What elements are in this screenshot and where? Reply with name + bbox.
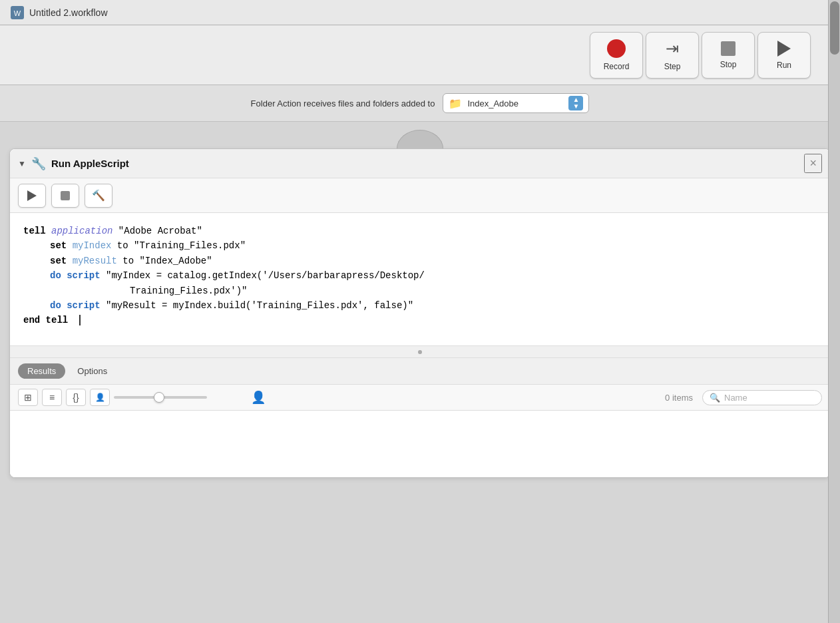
- code-line-6: end tell: [23, 313, 817, 327]
- view-code-icon: {}: [73, 392, 79, 403]
- stop-icon: [721, 41, 735, 56]
- results-options-tabs: Results Options: [10, 358, 830, 385]
- script-hammer-button[interactable]: 🔨: [85, 184, 112, 208]
- hammer-icon: 🔨: [92, 189, 105, 202]
- right-scrollbar[interactable]: [828, 0, 840, 623]
- window-title: Untitled 2.workflow: [29, 7, 108, 18]
- results-content: [10, 411, 830, 477]
- close-button[interactable]: ×: [804, 154, 822, 173]
- tab-results[interactable]: Results: [18, 363, 65, 379]
- svg-text:W: W: [14, 9, 21, 17]
- stop-label: Stop: [720, 60, 737, 69]
- stop-button[interactable]: Stop: [702, 32, 755, 79]
- slider-track[interactable]: [114, 396, 207, 399]
- script-run-icon: [27, 190, 37, 201]
- view-code-button[interactable]: {}: [66, 389, 86, 406]
- record-icon: [607, 39, 626, 58]
- app-icon: W: [11, 6, 24, 19]
- script-title: Run AppleScript: [51, 158, 129, 169]
- script-stop-icon: [61, 191, 70, 200]
- folder-select[interactable]: 📁 Index_Adobe ▲ ▼: [443, 93, 589, 113]
- scroll-indicator: [10, 346, 830, 358]
- run-button[interactable]: Run: [757, 32, 811, 79]
- script-block: ▼ 🔧 Run AppleScript × 🔨 tell application: [9, 148, 831, 478]
- script-toolbar: 🔨: [10, 178, 830, 213]
- code-line-3: set myResult to "Index_Adobe": [23, 254, 817, 268]
- person-icon: 👤: [95, 393, 105, 402]
- record-button[interactable]: Record: [590, 32, 643, 79]
- view-grid-icon: ⊞: [24, 392, 32, 403]
- connector: [0, 122, 840, 148]
- folder-name: Index_Adobe: [467, 99, 563, 108]
- connector-shape: [397, 130, 443, 148]
- step-button[interactable]: ⇥ Step: [646, 32, 699, 79]
- items-count: 0 items: [665, 393, 693, 403]
- slider-thumb[interactable]: [154, 392, 164, 403]
- script-header: ▼ 🔧 Run AppleScript ×: [10, 149, 830, 178]
- step-icon: ⇥: [666, 39, 679, 58]
- view-list-button[interactable]: ≡: [42, 389, 62, 406]
- toolbar: Record ⇥ Step Stop Run: [0, 25, 840, 85]
- tab-options[interactable]: Options: [68, 363, 116, 379]
- code-line-4-cont: Training_Files.pdx')": [23, 284, 817, 298]
- folder-action-description: Folder Action receives files and folders…: [251, 99, 435, 108]
- run-icon: [777, 41, 791, 57]
- script-icon: 🔧: [31, 156, 46, 171]
- code-editor[interactable]: tell application "Adobe Acrobat" set myI…: [10, 213, 830, 346]
- code-line-2: set myIndex to "Training_Files.pdx": [23, 238, 817, 253]
- folder-select-arrows[interactable]: ▲ ▼: [568, 96, 583, 110]
- script-run-button[interactable]: [18, 184, 46, 208]
- title-bar: W Untitled 2.workflow: [0, 0, 840, 25]
- size-slider[interactable]: [114, 396, 247, 399]
- view-grid-button[interactable]: ⊞: [18, 389, 38, 406]
- large-person-icon: 👤: [251, 390, 266, 405]
- collapse-arrow[interactable]: ▼: [18, 159, 26, 168]
- run-label: Run: [777, 61, 791, 70]
- view-list-icon: ≡: [49, 392, 55, 403]
- record-label: Record: [604, 62, 630, 71]
- search-icon: 🔍: [710, 393, 720, 403]
- folder-action-bar: Folder Action receives files and folders…: [0, 85, 840, 122]
- code-line-4: do script "myIndex = catalog.getIndex('/…: [23, 268, 817, 283]
- code-line-1: tell application "Adobe Acrobat": [23, 224, 817, 238]
- folder-icon: 📁: [449, 97, 462, 110]
- search-placeholder: Name: [724, 393, 747, 403]
- view-person-button[interactable]: 👤: [90, 389, 110, 406]
- step-label: Step: [664, 62, 681, 71]
- scroll-dot: [418, 350, 422, 354]
- search-box[interactable]: 🔍 Name: [702, 390, 822, 405]
- script-stop-button[interactable]: [51, 184, 79, 208]
- page-wrapper: W Untitled 2.workflow Record ⇥ Step Stop…: [0, 0, 840, 623]
- scrollbar-thumb[interactable]: [830, 1, 839, 55]
- code-line-5: do script "myResult = myIndex.build('Tra…: [23, 298, 817, 313]
- results-toolbar: ⊞ ≡ {} 👤 👤 0 items 🔍 Name: [10, 385, 830, 411]
